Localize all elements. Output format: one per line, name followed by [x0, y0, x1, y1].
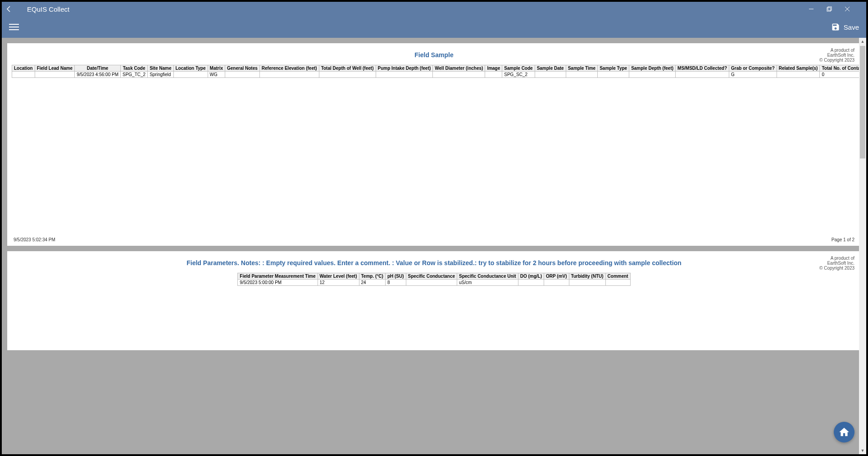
column-header: Sample Depth (feet) [629, 65, 676, 72]
back-button[interactable] [5, 5, 16, 13]
table-cell [566, 72, 598, 78]
table-cell: WG [208, 72, 225, 78]
column-header: Task Code [121, 65, 148, 72]
scroll-up-button[interactable]: ▲ [859, 38, 866, 45]
table-cell [605, 280, 630, 286]
page-title: Field Parameters. Notes: : Empty require… [12, 256, 856, 273]
field-parameters-table: Field Parameter Measurement TimeWater Le… [237, 273, 630, 286]
scroll-down-button[interactable]: ▼ [859, 447, 866, 454]
table-cell [676, 72, 729, 78]
scrollbar[interactable]: ▲ ▼ [859, 38, 866, 454]
minimize-button[interactable] [809, 6, 827, 12]
column-header: Specific Conductance Unit [457, 273, 518, 280]
app-title: EQuIS Collect [27, 5, 69, 13]
menu-button[interactable] [9, 22, 19, 32]
column-header: Total Depth of Well (feet) [319, 65, 376, 72]
column-header: ORP (mV) [544, 273, 569, 280]
table-cell [518, 280, 544, 286]
table-cell [544, 280, 569, 286]
field-sample-table: LocationField Lead NameDate/TimeTask Cod… [12, 65, 866, 78]
table-cell [225, 72, 260, 78]
titlebar: EQuIS Collect [2, 2, 866, 16]
page-title: Field Sample [12, 48, 856, 65]
page-meta: A product of EarthSoft Inc. © Copyright … [819, 256, 854, 271]
save-button[interactable]: Save [831, 23, 859, 32]
table-cell [376, 72, 433, 78]
report-page-1: A product of EarthSoft Inc. © Copyright … [7, 43, 861, 246]
table-cell [777, 72, 820, 78]
page-meta: A product of EarthSoft Inc. © Copyright … [819, 48, 854, 63]
report-page-2: A product of EarthSoft Inc. © Copyright … [7, 251, 861, 350]
column-header: Site Name [148, 65, 173, 72]
table-cell [629, 72, 676, 78]
maximize-button[interactable] [827, 6, 845, 12]
meta-copyright: © Copyright 2023 [819, 266, 854, 271]
table-cell [569, 280, 605, 286]
column-header: Location [12, 65, 35, 72]
footer-page-number: Page 1 of 2 [832, 237, 854, 242]
table-cell [319, 72, 376, 78]
table-cell [485, 72, 502, 78]
table-cell [173, 72, 208, 78]
meta-product: A product of [819, 256, 854, 261]
meta-company: EarthSoft Inc. [819, 53, 854, 58]
table-cell: SPG_SC_2 [502, 72, 535, 78]
table-cell [598, 72, 629, 78]
column-header: Field Lead Name [35, 65, 74, 72]
table-cell: SPG_TC_2 [121, 72, 148, 78]
content-area: A product of EarthSoft Inc. © Copyright … [2, 38, 866, 454]
column-header: Sample Type [598, 65, 629, 72]
table-cell: 12 [318, 280, 359, 286]
table-cell: 24 [359, 280, 385, 286]
column-header: General Notes [225, 65, 260, 72]
table-cell [35, 72, 74, 78]
column-header: Location Type [173, 65, 208, 72]
footer-timestamp: 9/5/2023 5:02:34 PM [14, 237, 55, 242]
column-header: Grab or Composite? [729, 65, 777, 72]
column-header: Specific Conductance [406, 273, 457, 280]
scrollbar-thumb[interactable] [860, 46, 865, 158]
column-header: Turbidity (NTU) [569, 273, 605, 280]
column-header: Date/Time [75, 65, 121, 72]
save-icon [831, 23, 840, 32]
column-header: Pump Intake Depth (feet) [376, 65, 433, 72]
table-cell: uS/cm [457, 280, 518, 286]
svg-rect-1 [827, 8, 831, 11]
column-header: Field Parameter Measurement Time [238, 273, 318, 280]
column-header: DO (mg/L) [518, 273, 544, 280]
close-button[interactable] [845, 6, 863, 12]
home-icon [838, 426, 850, 438]
table-cell [259, 72, 319, 78]
column-header: Sample Date [535, 65, 566, 72]
table-cell [12, 72, 35, 78]
table-cell: 9/5/2023 4:56:00 PM [75, 72, 121, 78]
table-cell: Springfield [148, 72, 173, 78]
meta-product: A product of [819, 48, 854, 53]
column-header: Image [485, 65, 502, 72]
table-cell: G [729, 72, 777, 78]
column-header: Well Diameter (inches) [433, 65, 485, 72]
table-cell [406, 280, 457, 286]
meta-copyright: © Copyright 2023 [819, 58, 854, 63]
table-cell [535, 72, 566, 78]
column-header: Water Level (feet) [318, 273, 359, 280]
save-label: Save [844, 23, 859, 31]
toolbar: Save [2, 16, 866, 38]
column-header: Matrix [208, 65, 225, 72]
column-header: pH (SU) [385, 273, 406, 280]
home-button[interactable] [834, 422, 854, 442]
column-header: Reference Elevation (feet) [259, 65, 319, 72]
column-header: Temp. (°C) [359, 273, 385, 280]
svg-rect-2 [828, 7, 832, 10]
column-header: Related Sample(s) [777, 65, 820, 72]
column-header: Sample Time [566, 65, 598, 72]
column-header: MS/MSD/LD Collected? [676, 65, 729, 72]
table-cell [433, 72, 485, 78]
table-cell: 9/5/2023 5:00:00 PM [238, 280, 318, 286]
column-header: Sample Code [502, 65, 535, 72]
column-header: Comment [605, 273, 630, 280]
meta-company: EarthSoft Inc. [819, 261, 854, 266]
table-cell: 8 [385, 280, 406, 286]
